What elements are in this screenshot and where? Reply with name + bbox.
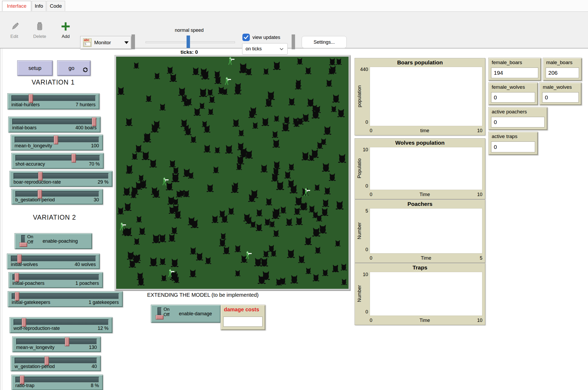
boar-sprite <box>219 239 226 246</box>
monitor-value: 0 <box>491 117 545 127</box>
slider-track[interactable] <box>15 191 99 197</box>
slider-track[interactable] <box>15 358 97 364</box>
plot-xmin-tick: 0 <box>370 192 372 197</box>
monitor-female_wolves: female_wolves0 <box>488 82 538 105</box>
boar-sprite <box>149 257 158 267</box>
slider-initial-hunters[interactable]: initial-hunters7 hunters <box>7 93 99 109</box>
plot-xmin-tick: 0 <box>370 318 372 323</box>
plot-ymin-tick: 0 <box>355 309 368 315</box>
slider-caption: mean-w_longevity130 <box>16 345 97 350</box>
switch-handle[interactable] <box>156 315 164 320</box>
hunter-sprite <box>224 77 232 85</box>
slider-initial-wolves[interactable]: initial-wolves40 wolves <box>7 254 100 269</box>
slider-value: 30 <box>94 197 99 203</box>
slider-track[interactable] <box>15 155 100 161</box>
boar-sprite <box>313 274 319 281</box>
slider-ratio-trap[interactable]: ratio-trap8 % <box>11 375 103 390</box>
plot-ylabel: Number <box>356 215 362 247</box>
enable-damage-switch[interactable]: On Off enable-damage <box>151 305 221 323</box>
plot-ylabel: population <box>356 73 362 119</box>
delete-button[interactable]: Delete <box>29 12 50 39</box>
widget-type-dropdown[interactable]: abc 5 Monitor <box>80 36 132 49</box>
boar-sprite <box>290 185 298 194</box>
boar-sprite <box>231 184 239 193</box>
boar-sprite <box>205 257 211 264</box>
slider-boar-reproduction-rate[interactable]: boar-reproduction-rate29 % <box>10 171 112 187</box>
slider-track[interactable] <box>16 339 97 344</box>
slider-initial-boars[interactable]: initial-boars400 boars <box>8 117 101 132</box>
boar-sprite <box>149 159 157 168</box>
slider-caption: boar-reproduction-rate29 % <box>13 179 108 185</box>
boar-sprite <box>137 278 145 286</box>
speed-slider-handle[interactable] <box>187 36 190 48</box>
boar-sprite <box>290 275 298 283</box>
speed-slider-track[interactable] <box>146 41 235 43</box>
boar-sprite <box>319 225 327 234</box>
boar-sprite <box>309 205 315 212</box>
speed-slider-label: normal speed <box>164 28 214 33</box>
boar-sprite <box>117 207 124 215</box>
slider-value: 1 gatekeepers <box>89 300 119 305</box>
slider-shot-accuracy[interactable]: shot-accuracy70 % <box>11 153 104 169</box>
slider-label: initial-hunters <box>11 102 40 108</box>
add-button[interactable]: Add <box>55 12 76 39</box>
boar-sprite <box>320 138 327 145</box>
switch-handle[interactable] <box>19 242 27 247</box>
slider-track[interactable] <box>11 256 96 262</box>
boar-sprite <box>322 163 330 172</box>
monitor-label: active traps <box>492 134 517 139</box>
boar-sprite <box>288 98 295 105</box>
go-button[interactable]: go <box>57 60 91 76</box>
slider-handle[interactable] <box>29 94 33 103</box>
view-updates-checkbox[interactable] <box>242 34 250 41</box>
monitor-widget-icon-value: 5 <box>84 42 91 46</box>
slider-wolf-reproduction-rate[interactable]: wolf-reproduction-rate12 % <box>10 317 112 333</box>
slider-value: 400 boars <box>75 125 97 131</box>
boar-sprite <box>305 268 311 274</box>
boar-sprite <box>132 153 138 160</box>
boar-sprite <box>173 198 179 205</box>
boar-sprite <box>183 169 191 177</box>
update-mode-value: on ticks <box>246 46 262 52</box>
tab-code[interactable]: Code <box>47 1 65 11</box>
slider-label: boar-reproduction-rate <box>13 179 61 185</box>
slider-label: w_gestation-period <box>15 364 55 369</box>
slider-initial-gatekeepers[interactable]: initial-gatekeepers1 gatekeepers <box>8 291 123 307</box>
slider-mean-b_longevity[interactable]: mean-b_longevity100 <box>11 135 103 150</box>
boar-sprite <box>336 201 344 210</box>
monitor-value: 0 <box>542 92 579 103</box>
hunter-sprite <box>119 222 127 231</box>
slider-track[interactable] <box>12 119 97 125</box>
slider-b_gestation-period[interactable]: b_gestation-period30 <box>11 189 103 205</box>
boar-sprite <box>295 197 303 206</box>
tab-interface[interactable]: Interface <box>2 1 31 11</box>
boar-sprite <box>154 73 160 79</box>
boar-sprite <box>161 275 167 281</box>
update-mode-dropdown[interactable]: on ticks <box>242 43 288 55</box>
edit-button[interactable]: Edit <box>4 12 25 39</box>
slider-track[interactable] <box>13 173 108 179</box>
toolbar-separator <box>292 34 295 49</box>
boar-sprite <box>326 79 332 87</box>
slider-track[interactable] <box>12 274 99 280</box>
slider-w_gestation-period[interactable]: w_gestation-period40 <box>11 356 101 371</box>
slider-track[interactable] <box>13 319 108 325</box>
slider-mean-w_longevity[interactable]: mean-w_longevity130 <box>12 336 101 352</box>
slider-track[interactable] <box>11 95 96 101</box>
caret-down-icon <box>124 41 129 44</box>
slider-label: initial-wolves <box>11 262 38 267</box>
enable-poaching-switch[interactable]: On Off enable-poaching <box>15 233 92 249</box>
slider-track[interactable] <box>15 137 99 143</box>
boar-sprite <box>213 166 219 173</box>
boar-sprite <box>225 145 233 154</box>
slider-track[interactable] <box>15 377 99 383</box>
tab-info[interactable]: Info <box>32 1 46 11</box>
slider-initial-poachers[interactable]: initial-poachers1 poachers <box>8 272 103 288</box>
go-button-label: go <box>69 65 74 71</box>
slider-track[interactable] <box>12 293 119 299</box>
settings-button[interactable]: Settings... <box>302 36 347 48</box>
setup-button[interactable]: setup <box>17 60 53 76</box>
boar-sprite <box>139 227 146 235</box>
plot-title: Traps <box>355 264 485 271</box>
plot-area <box>370 147 482 190</box>
